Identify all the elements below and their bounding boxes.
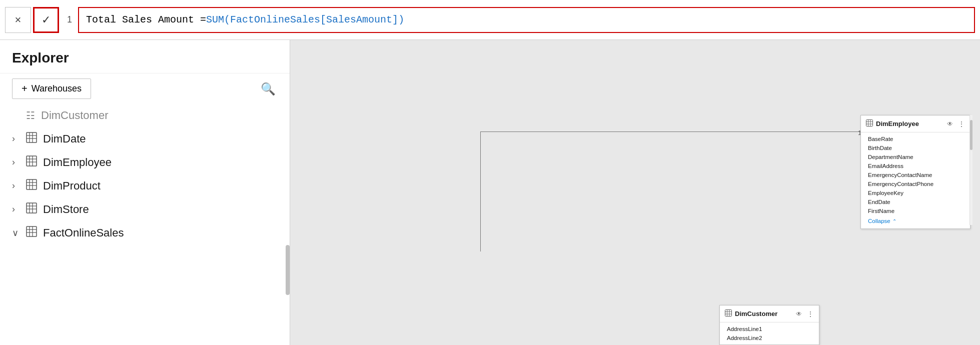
tree-item-label: DimEmployee bbox=[43, 156, 112, 169]
main-content: Explorer + Warehouses 🔍 ☷ DimCustomer › bbox=[0, 40, 980, 345]
table-card-icon bbox=[866, 120, 873, 128]
sidebar-header: Explorer bbox=[0, 40, 290, 74]
tree-item-label: FactOnlineSales bbox=[43, 226, 124, 240]
cancel-icon: × bbox=[15, 14, 22, 26]
dim-employee-card: DimEmployee 👁 ⋮ BaseRate BirthDate Depar… bbox=[860, 115, 970, 229]
svg-rect-30 bbox=[725, 310, 732, 316]
table-card-icon bbox=[725, 310, 732, 318]
field-enddate[interactable]: EndDate bbox=[861, 198, 970, 206]
collapse-button[interactable]: Collapse ⌃ bbox=[861, 216, 970, 226]
table-icon bbox=[26, 132, 37, 146]
more-menu-icon[interactable]: ⋮ bbox=[958, 120, 965, 128]
tree-item-label: DimCustomer bbox=[41, 109, 108, 122]
formula-text-colored: SUM(FactOnlineSales[SalesAmount]) bbox=[206, 14, 404, 26]
sidebar-scrollbar[interactable] bbox=[286, 245, 290, 295]
explorer-sidebar: Explorer + Warehouses 🔍 ☷ DimCustomer › bbox=[0, 40, 290, 345]
search-button[interactable]: 🔍 bbox=[259, 80, 278, 98]
more-menu-icon[interactable]: ⋮ bbox=[807, 310, 814, 318]
field-departmentname[interactable]: DepartmentName bbox=[861, 152, 970, 162]
tree-item-factonlinesales[interactable]: ∨ FactOnlineSales bbox=[5, 221, 285, 244]
tree-item-dimdate[interactable]: › DimDate bbox=[5, 127, 285, 150]
field-employeekey[interactable]: EmployeeKey bbox=[861, 188, 970, 198]
svg-rect-15 bbox=[27, 203, 37, 213]
tree-item-label: DimDate bbox=[43, 132, 86, 146]
table-icon bbox=[26, 202, 37, 216]
tree-item-dimstore[interactable]: › DimStore bbox=[5, 198, 285, 221]
formula-text-plain: Total Sales Amount = bbox=[86, 14, 206, 26]
collapse-label: Collapse bbox=[868, 218, 890, 224]
field-emergencycontactname[interactable]: EmergencyContactName bbox=[861, 170, 970, 180]
connector-line-vertical bbox=[480, 132, 481, 252]
tree-item-dimcustomer[interactable]: ☷ DimCustomer bbox=[5, 104, 285, 127]
eye-icon[interactable]: 👁 bbox=[947, 120, 953, 128]
warehouses-label: Warehouses bbox=[32, 84, 82, 94]
sidebar-title: Explorer bbox=[12, 50, 69, 66]
card-scrollbar-track bbox=[969, 115, 972, 225]
chevron-icon: › bbox=[12, 204, 20, 214]
table-icon: ☷ bbox=[26, 110, 35, 122]
dim-employee-card-header: DimEmployee 👁 ⋮ bbox=[861, 116, 970, 132]
dim-employee-card-title: DimEmployee bbox=[876, 120, 944, 128]
field-addressline1[interactable]: AddressLine1 bbox=[720, 324, 819, 334]
svg-rect-10 bbox=[27, 180, 37, 190]
dim-employee-card-body: BaseRate BirthDate DepartmentName EmailA… bbox=[861, 132, 970, 228]
search-icon: 🔍 bbox=[261, 82, 276, 96]
field-emergencycontactphone[interactable]: EmergencyContactPhone bbox=[861, 180, 970, 188]
field-addressline2[interactable]: AddressLine2 bbox=[720, 334, 819, 342]
svg-rect-20 bbox=[27, 226, 37, 236]
collapse-chevron-up-icon: ⌃ bbox=[892, 218, 896, 224]
cancel-button[interactable]: × bbox=[5, 7, 31, 33]
card-scrollbar-thumb[interactable] bbox=[970, 120, 972, 150]
field-baserate[interactable]: BaseRate bbox=[861, 134, 970, 144]
dim-customer-card-header: DimCustomer 👁 ⋮ bbox=[720, 306, 819, 322]
tree-item-dimemployee[interactable]: › DimEmployee bbox=[5, 150, 285, 174]
chevron-icon: › bbox=[12, 180, 20, 191]
svg-rect-0 bbox=[27, 132, 37, 142]
field-birthdate[interactable]: BirthDate bbox=[861, 144, 970, 152]
tree-item-label: DimStore bbox=[43, 203, 89, 216]
tree-list: ☷ DimCustomer › DimDate bbox=[0, 104, 290, 345]
plus-icon: + bbox=[22, 83, 28, 94]
tree-item-dimproduct[interactable]: › DimProduct bbox=[5, 174, 285, 198]
eye-icon[interactable]: 👁 bbox=[796, 310, 802, 318]
svg-rect-25 bbox=[866, 120, 873, 126]
canvas-area[interactable]: 1 DimEmployee 👁 ⋮ BaseRate bbox=[290, 40, 980, 345]
line-number: 1 bbox=[67, 14, 72, 25]
confirm-button[interactable]: ✓ bbox=[33, 7, 59, 33]
svg-rect-5 bbox=[27, 156, 37, 166]
chevron-icon: › bbox=[12, 134, 20, 144]
chevron-icon: › bbox=[12, 157, 20, 168]
dim-customer-card: DimCustomer 👁 ⋮ AddressLine1 AddressLine… bbox=[719, 305, 819, 345]
add-warehouses-button[interactable]: + Warehouses bbox=[12, 78, 91, 99]
formula-input-area[interactable]: Total Sales Amount = SUM(FactOnlineSales… bbox=[78, 7, 975, 33]
field-firstname[interactable]: FirstName bbox=[861, 206, 970, 216]
dim-customer-card-title: DimCustomer bbox=[735, 310, 793, 318]
table-icon bbox=[26, 156, 37, 169]
tree-item-label: DimProduct bbox=[43, 180, 101, 192]
field-emailaddress[interactable]: EmailAddress bbox=[861, 162, 970, 170]
formula-bar: × ✓ 1 Total Sales Amount = SUM(FactOnlin… bbox=[0, 0, 980, 40]
chevron-down-icon: ∨ bbox=[12, 228, 20, 238]
table-icon bbox=[26, 226, 37, 240]
check-icon: ✓ bbox=[42, 14, 51, 26]
dim-customer-card-body: AddressLine1 AddressLine2 bbox=[720, 322, 819, 344]
table-icon bbox=[26, 179, 37, 192]
connector-line-horizontal bbox=[480, 132, 860, 132]
sidebar-toolbar: + Warehouses 🔍 bbox=[0, 74, 290, 104]
